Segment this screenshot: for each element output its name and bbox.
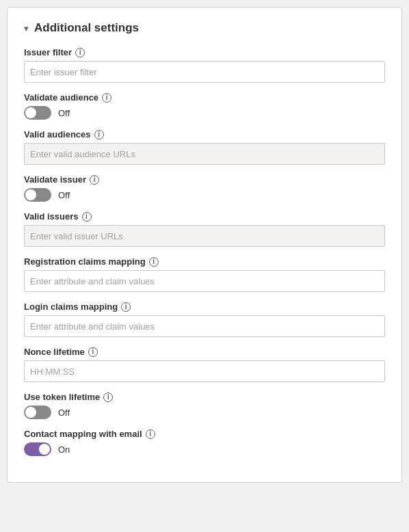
validate-issuer-toggle[interactable] [24, 188, 51, 202]
login-claims-mapping-label: Login claims mapping i [24, 302, 385, 312]
validate-issuer-info-icon[interactable]: i [90, 175, 99, 185]
use-token-lifetime-label: Use token lifetime i [24, 392, 385, 402]
validate-issuer-toggle-track [24, 188, 51, 202]
nonce-lifetime-group: Nonce lifetime i [24, 347, 385, 382]
issuer-filter-label: Issuer filter i [24, 47, 385, 57]
registration-claims-mapping-label: Registration claims mapping i [24, 256, 385, 267]
login-claims-mapping-group: Login claims mapping i [24, 302, 385, 337]
use-token-lifetime-toggle-thumb [25, 407, 36, 418]
contact-mapping-with-email-toggle-track [24, 442, 51, 456]
use-token-lifetime-group: Use token lifetime i Off [24, 392, 385, 419]
contact-mapping-with-email-toggle-thumb [39, 444, 50, 455]
valid-audiences-info-icon[interactable]: i [94, 130, 104, 139]
validate-audience-label: Validate audience i [24, 92, 385, 103]
section-title: Additional settings [34, 21, 139, 35]
use-token-lifetime-info-icon[interactable]: i [103, 393, 113, 402]
validate-audience-group: Validate audience i Off [24, 92, 385, 120]
contact-mapping-with-email-toggle[interactable] [24, 442, 51, 456]
contact-mapping-with-email-info-icon[interactable]: i [146, 429, 155, 439]
additional-settings-panel: ▾ Additional settings Issuer filter i Va… [7, 7, 402, 483]
validate-audience-info-icon[interactable]: i [102, 93, 111, 103]
valid-issuers-input[interactable] [24, 225, 385, 247]
contact-mapping-with-email-label: Contact mapping with email i [24, 429, 385, 439]
section-header: ▾ Additional settings [24, 21, 385, 35]
nonce-lifetime-info-icon[interactable]: i [88, 347, 98, 357]
validate-issuer-label: Validate issuer i [24, 174, 385, 185]
contact-mapping-with-email-toggle-row: On [24, 442, 385, 456]
use-token-lifetime-toggle-label: Off [58, 408, 70, 418]
registration-claims-mapping-info-icon[interactable]: i [149, 257, 159, 267]
validate-audience-toggle-track [24, 106, 51, 120]
validate-issuer-toggle-row: Off [24, 188, 385, 202]
issuer-filter-info-icon[interactable]: i [75, 48, 85, 57]
contact-mapping-with-email-toggle-label: On [58, 444, 70, 455]
nonce-lifetime-input[interactable] [24, 360, 385, 382]
nonce-lifetime-label: Nonce lifetime i [24, 347, 385, 357]
validate-audience-toggle[interactable] [24, 106, 51, 120]
validate-audience-toggle-row: Off [24, 106, 385, 120]
validate-issuer-toggle-label: Off [58, 190, 70, 200]
registration-claims-mapping-input[interactable] [24, 270, 385, 292]
use-token-lifetime-toggle[interactable] [24, 405, 51, 419]
collapse-chevron-icon[interactable]: ▾ [24, 23, 29, 34]
contact-mapping-with-email-group: Contact mapping with email i On [24, 429, 385, 456]
issuer-filter-group: Issuer filter i [24, 47, 385, 83]
validate-issuer-toggle-thumb [25, 189, 36, 200]
valid-audiences-group: Valid audiences i [24, 129, 385, 165]
validate-issuer-group: Validate issuer i Off [24, 174, 385, 202]
login-claims-mapping-info-icon[interactable]: i [121, 302, 131, 312]
valid-issuers-group: Valid issuers i [24, 211, 385, 247]
login-claims-mapping-input[interactable] [24, 315, 385, 337]
valid-issuers-info-icon[interactable]: i [82, 212, 92, 222]
use-token-lifetime-toggle-track [24, 405, 51, 419]
registration-claims-mapping-group: Registration claims mapping i [24, 256, 385, 292]
valid-audiences-input[interactable] [24, 143, 385, 165]
valid-issuers-label: Valid issuers i [24, 211, 385, 222]
validate-audience-toggle-label: Off [58, 108, 70, 118]
issuer-filter-input[interactable] [24, 61, 385, 83]
valid-audiences-label: Valid audiences i [24, 129, 385, 139]
validate-audience-toggle-thumb [25, 107, 36, 118]
use-token-lifetime-toggle-row: Off [24, 405, 385, 419]
